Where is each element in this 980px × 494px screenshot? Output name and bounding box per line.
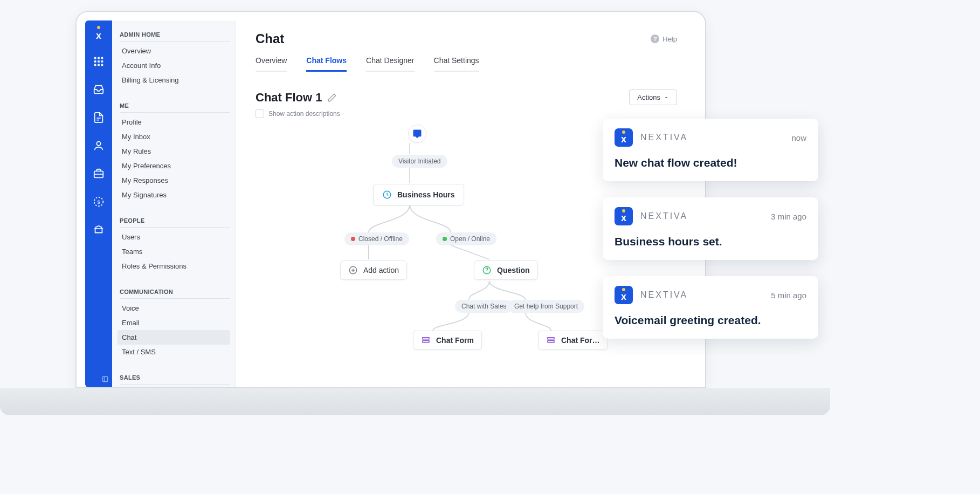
toast-message: New chat flow created! <box>615 156 806 169</box>
node-label: Add action <box>363 266 399 275</box>
toast-notification[interactable]: x NEXTIVA 3 min ago Business hours set. <box>603 197 818 260</box>
svg-rect-20 <box>548 338 554 339</box>
sidebar-section-me: ME <box>120 100 230 111</box>
brand-logo-icon: x <box>615 207 633 225</box>
actions-button-label: Actions <box>637 93 660 101</box>
branch-label: Chat with Sales <box>461 303 506 310</box>
sidebar-item-users[interactable]: Users <box>118 230 230 244</box>
sidebar-section-sales: SALES <box>120 372 230 383</box>
toast-notification[interactable]: x NEXTIVA 5 min ago Voicemail greeting c… <box>603 276 818 339</box>
user-icon[interactable] <box>91 138 106 153</box>
branch-chat-with-sales[interactable]: Chat with Sales <box>455 300 513 313</box>
svg-rect-0 <box>94 57 96 59</box>
billing-icon[interactable]: $ <box>91 194 106 209</box>
sidebar-item-my-inbox[interactable]: My Inbox <box>118 129 230 144</box>
branch-label: Get help from Support <box>514 303 578 310</box>
side-nav: ADMIN HOME Overview Account Info Billing… <box>112 20 236 387</box>
help-label: Help <box>662 35 677 43</box>
integrations-icon[interactable] <box>91 222 106 237</box>
tab-chat-designer[interactable]: Chat Designer <box>366 56 415 72</box>
sidebar-item-my-preferences[interactable]: My Preferences <box>118 159 230 173</box>
tab-overview[interactable]: Overview <box>256 56 287 72</box>
brand-logo-icon: x <box>615 286 633 304</box>
icon-rail: x $ <box>85 20 112 387</box>
node-chat-form-right[interactable]: Chat For… <box>538 331 608 350</box>
toast-stack: x NEXTIVA now New chat flow created! x N… <box>603 119 818 339</box>
svg-rect-6 <box>94 64 96 66</box>
branch-label: Closed / Offline <box>358 235 403 243</box>
tab-chat-flows[interactable]: Chat Flows <box>306 56 347 72</box>
tabs: Overview Chat Flows Chat Designer Chat S… <box>256 56 677 72</box>
sidebar-item-my-rules[interactable]: My Rules <box>118 144 230 159</box>
toast-message: Business hours set. <box>615 235 806 248</box>
page-title: Chat <box>256 31 284 46</box>
toast-time: now <box>791 133 806 142</box>
help-icon: ? <box>651 35 659 43</box>
sidebar-item-my-signatures[interactable]: My Signatures <box>118 188 230 202</box>
branch-get-help-support[interactable]: Get help from Support <box>508 300 584 313</box>
svg-text:$: $ <box>97 200 100 205</box>
sidebar-item-billing-licensing[interactable]: Billing & Licensing <box>118 73 230 87</box>
svg-rect-8 <box>101 64 103 66</box>
branch-closed-offline[interactable]: Closed / Offline <box>344 232 409 245</box>
brand-logo-icon[interactable]: x <box>91 26 106 41</box>
svg-rect-2 <box>101 57 103 59</box>
sidebar-item-roles-permissions[interactable]: Roles & Permissions <box>118 259 230 273</box>
actions-button[interactable]: Actions <box>629 90 677 105</box>
node-business-hours[interactable]: Business Hours <box>373 184 464 205</box>
toast-time: 5 min ago <box>771 291 806 300</box>
sidebar-item-teams[interactable]: Teams <box>118 244 230 259</box>
node-question[interactable]: Question <box>474 260 538 280</box>
sidebar-item-text-sms[interactable]: Text / SMS <box>118 345 230 359</box>
svg-rect-5 <box>101 60 103 63</box>
brand-logo-icon: x <box>615 128 633 147</box>
clock-icon <box>382 190 392 200</box>
sidebar-item-email[interactable]: Email <box>118 315 230 330</box>
node-add-action[interactable]: Add action <box>340 260 407 280</box>
node-label: Question <box>497 266 530 275</box>
svg-rect-3 <box>94 60 96 63</box>
edit-icon[interactable] <box>327 93 337 102</box>
inbox-icon[interactable] <box>91 82 106 97</box>
form-icon <box>546 335 556 345</box>
branch-open-online[interactable]: Open / Online <box>436 232 496 245</box>
start-node-icon[interactable] <box>408 125 426 143</box>
plus-circle-icon <box>348 265 358 275</box>
status-dot-red-icon <box>351 237 355 241</box>
flow-title: Chat Flow 1 <box>256 91 322 105</box>
toast-brand: NEXTIVA <box>640 290 688 300</box>
toast-notification[interactable]: x NEXTIVA now New chat flow created! <box>603 119 818 181</box>
caret-down-icon <box>664 95 669 100</box>
status-dot-green-icon <box>443 237 447 241</box>
toast-message: Voicemail greeting created. <box>615 314 806 327</box>
help-link[interactable]: ? Help <box>651 35 677 43</box>
svg-rect-13 <box>102 376 107 381</box>
svg-rect-18 <box>423 338 429 339</box>
node-label: Visitor Initiated <box>398 157 441 165</box>
node-label: Chat Form <box>436 336 474 345</box>
sidebar-item-voice[interactable]: Voice <box>118 301 230 315</box>
sidebar-item-chat[interactable]: Chat <box>118 330 230 345</box>
node-visitor-initiated[interactable]: Visitor Initiated <box>392 155 447 168</box>
collapse-icon[interactable] <box>101 375 109 383</box>
form-icon <box>421 335 431 345</box>
document-icon[interactable] <box>91 110 106 125</box>
sidebar-item-account-info[interactable]: Account Info <box>118 58 230 73</box>
node-chat-form-left[interactable]: Chat Form <box>413 331 482 350</box>
sidebar-section-people: PEOPLE <box>120 215 230 226</box>
briefcase-icon[interactable] <box>91 166 106 181</box>
question-circle-icon <box>482 265 492 275</box>
node-label: Business Hours <box>397 190 455 199</box>
sidebar-item-overview[interactable]: Overview <box>118 44 230 58</box>
toast-brand: NEXTIVA <box>640 133 688 142</box>
node-label: Chat For… <box>561 336 600 345</box>
svg-rect-19 <box>423 341 429 342</box>
apps-grid-icon[interactable] <box>91 54 106 69</box>
svg-point-9 <box>96 142 100 146</box>
sidebar-section-admin-home: ADMIN HOME <box>120 29 230 40</box>
sidebar-item-my-responses[interactable]: My Responses <box>118 173 230 188</box>
sidebar-item-profile[interactable]: Profile <box>118 115 230 129</box>
toast-time: 3 min ago <box>771 212 806 221</box>
tab-chat-settings[interactable]: Chat Settings <box>434 56 479 72</box>
show-descriptions-checkbox[interactable] <box>256 109 264 118</box>
